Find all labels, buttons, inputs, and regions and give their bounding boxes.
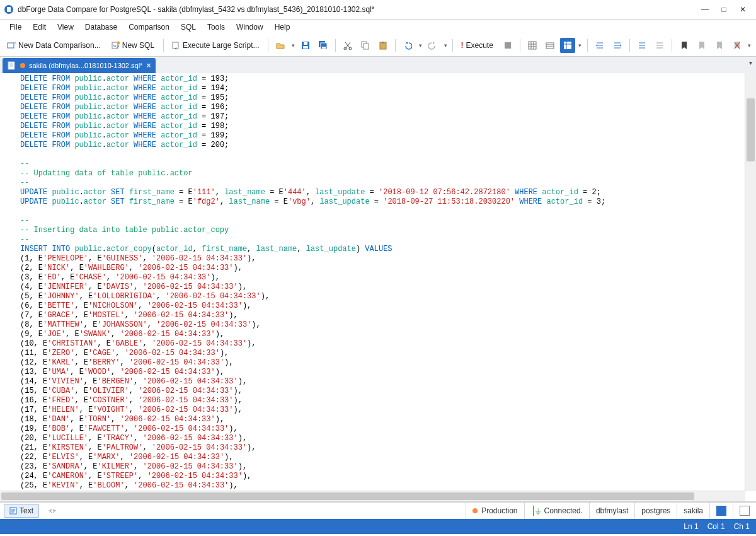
new-sql-icon: SQL — [111, 41, 120, 50]
bookmark-next-icon — [716, 41, 723, 50]
cursor-col: Col 1 — [707, 522, 725, 531]
bookmark-clear-icon — [733, 41, 741, 50]
bookmark-clear-button[interactable] — [730, 38, 745, 53]
toolbar-separator — [672, 39, 672, 52]
save-all-button[interactable] — [316, 38, 331, 53]
bookmark-icon — [680, 41, 688, 50]
cut-icon — [343, 41, 352, 50]
db-status: sakila — [677, 503, 709, 519]
environment-status: Production — [466, 503, 524, 519]
app-icon — [4, 4, 14, 15]
results-dropdown[interactable]: ▾ — [578, 38, 583, 52]
svg-rect-8 — [303, 46, 308, 49]
connection-status: ⎮⏚ Connected. — [524, 503, 589, 519]
cursor-line: Ln 1 — [684, 522, 698, 531]
indent-icon — [595, 41, 604, 50]
text-tab-button[interactable]: Text — [4, 504, 39, 518]
vertical-scrollbar[interactable] — [745, 73, 756, 491]
menu-database[interactable]: Database — [79, 20, 123, 35]
menu-view[interactable]: View — [52, 20, 79, 35]
layout-toggle-empty[interactable] — [733, 503, 756, 519]
grid-small-icon — [546, 41, 554, 50]
new-comparison-icon — [7, 41, 16, 50]
paste-icon — [379, 41, 387, 50]
svg-rect-18 — [382, 42, 384, 44]
tab-close-button[interactable]: × — [146, 61, 151, 70]
execute-large-script-button[interactable]: Execute Large Script... — [168, 38, 263, 53]
menu-window[interactable]: Window — [231, 20, 269, 35]
outdent-button[interactable] — [610, 38, 625, 53]
execute-icon: ! — [461, 41, 463, 50]
toolbar-separator — [629, 39, 630, 52]
horizontal-scrollbar[interactable] — [0, 491, 745, 501]
stop-button[interactable] — [500, 38, 515, 53]
bookmark-toggle-button[interactable] — [677, 38, 692, 53]
menu-comparison[interactable]: Comparison — [123, 20, 175, 35]
cut-button[interactable] — [340, 38, 355, 53]
query-history-button[interactable] — [542, 38, 558, 53]
sql-doc-icon — [8, 61, 16, 70]
open-button[interactable] — [273, 38, 288, 53]
svg-rect-19 — [505, 42, 511, 49]
grid-icon — [528, 41, 537, 50]
results-grid-button[interactable] — [560, 38, 575, 53]
toolbar-separator — [395, 39, 396, 52]
save-button[interactable] — [298, 38, 313, 53]
folder-open-icon — [276, 41, 285, 50]
status-bar: Text Production ⎮⏚ Connected. dbfmylast … — [0, 502, 756, 519]
title-bar: dbForge Data Compare for PostgreSQL - sa… — [0, 0, 756, 20]
comment-icon — [638, 41, 646, 50]
bookmark-prev-icon — [698, 41, 706, 50]
redo-button[interactable] — [425, 38, 440, 53]
scrollbar-thumb[interactable] — [747, 98, 755, 161]
new-sql-button[interactable]: SQL New SQL — [108, 38, 159, 53]
document-tab[interactable]: sakila (dbfmylas...0181010-1302.sql* × — [3, 58, 156, 73]
uncomment-button[interactable] — [652, 38, 667, 53]
svg-rect-9 — [304, 42, 307, 45]
main-toolbar: New Data Comparison... SQL New SQL Execu… — [0, 35, 756, 57]
cursor-ch: Ch 1 — [734, 522, 750, 531]
document-tab-bar: sakila (dbfmylas...0181010-1302.sql* × ▾ — [0, 57, 756, 73]
execute-button[interactable]: ! Execute — [457, 38, 497, 53]
sql-editor[interactable]: DELETE FROM public.actor WHERE actor_id … — [20, 73, 745, 491]
maximize-button[interactable]: □ — [714, 3, 733, 16]
redo-dropdown[interactable]: ▾ — [443, 38, 448, 52]
close-button[interactable]: ✕ — [733, 3, 752, 16]
save-icon — [301, 41, 310, 50]
undo-dropdown[interactable]: ▾ — [418, 38, 423, 52]
new-data-comparison-button[interactable]: New Data Comparison... — [4, 38, 105, 53]
query-builder-button[interactable] — [525, 38, 540, 53]
layout-toggle-filled[interactable] — [709, 503, 733, 519]
host-status: dbfmylast — [589, 503, 634, 519]
indent-button[interactable] — [592, 38, 607, 53]
comment-button[interactable] — [634, 38, 650, 53]
menu-edit[interactable]: Edit — [27, 20, 52, 35]
menu-sql[interactable]: SQL — [175, 20, 202, 35]
script-icon — [171, 41, 180, 50]
text-icon — [9, 507, 17, 515]
scrollbar-thumb[interactable] — [1, 492, 694, 500]
split-tab-button[interactable] — [43, 505, 62, 516]
redo-icon — [428, 41, 437, 50]
sql-editor-pane: DELETE FROM public.actor WHERE actor_id … — [0, 73, 756, 502]
undo-button[interactable] — [400, 38, 415, 53]
tab-list-dropdown[interactable]: ▾ — [749, 59, 752, 66]
bookmark-dropdown[interactable]: ▾ — [747, 38, 752, 52]
bookmark-next-button[interactable] — [712, 38, 727, 53]
copy-icon — [361, 41, 370, 50]
bookmark-prev-button[interactable] — [694, 38, 709, 53]
menu-file[interactable]: File — [4, 20, 27, 35]
layout-empty-icon — [740, 506, 750, 516]
connected-icon: ⎮⏚ — [531, 506, 541, 516]
svg-rect-20 — [529, 42, 536, 49]
svg-rect-22 — [564, 42, 571, 49]
copy-button[interactable] — [358, 38, 373, 53]
layout-filled-icon — [716, 506, 726, 516]
minimize-button[interactable]: — — [696, 3, 714, 16]
menu-tools[interactable]: Tools — [202, 20, 231, 35]
footer-bar: Ln 1 Col 1 Ch 1 — [0, 519, 756, 534]
open-dropdown[interactable]: ▾ — [290, 38, 295, 52]
split-icon — [48, 507, 57, 515]
paste-button[interactable] — [375, 38, 391, 53]
menu-help[interactable]: Help — [269, 20, 296, 35]
